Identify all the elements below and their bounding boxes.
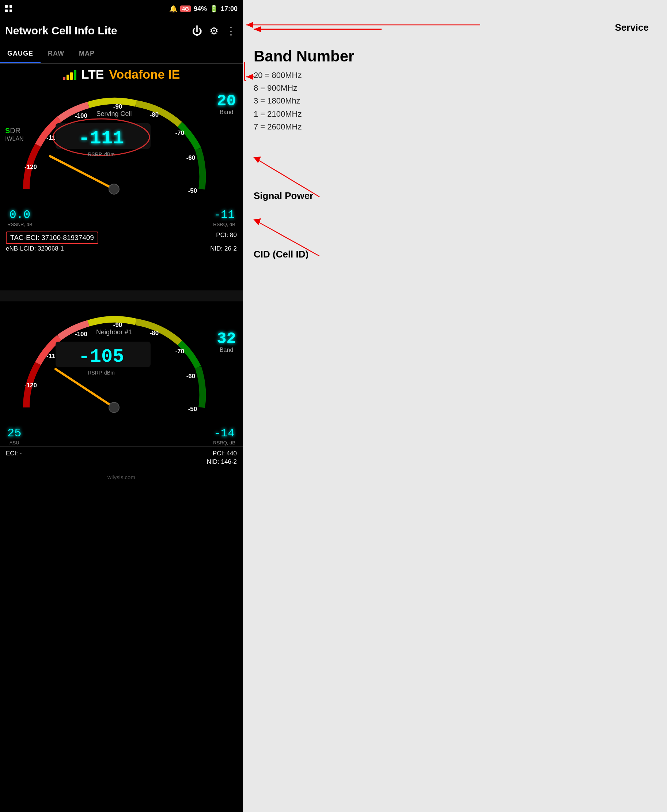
enb-lcid-value: eNB-LCID: 320068-1 (6, 245, 64, 252)
bottom-sub-1: 0.0 RSSNR, dB -11 RSRQ, dB (0, 207, 243, 228)
more-button[interactable]: ⋮ (224, 23, 237, 38)
power-button[interactable]: ⏻ (191, 23, 204, 38)
rsrq-item: -11 RSRQ, dB (213, 208, 236, 227)
settings-button[interactable]: ⚙ (208, 23, 220, 38)
network-badge: 4G (180, 5, 191, 12)
nid-value-2: NID: 146-2 (207, 458, 237, 466)
time-display: 17:00 (221, 5, 237, 13)
annotation-service: Service (615, 22, 649, 33)
tab-gauge[interactable]: GAUGE (0, 45, 41, 63)
gauge2-area: 32 Band -110 -100 -90 (0, 301, 243, 812)
dots-icon (5, 5, 12, 12)
svg-marker-47 (254, 218, 261, 225)
gauge-wrap-2: -110 -100 -90 -80 -70 -60 -50 -120 -130 … (4, 301, 238, 426)
svg-text:RSRP, dBm: RSRP, dBm (88, 370, 115, 376)
phone-panel: 🔔 4G 94% 🔋 17:00 Network Cell Info Lite … (0, 0, 243, 812)
svg-marker-41 (246, 22, 253, 28)
svg-text:-70: -70 (176, 130, 184, 136)
spacer (0, 290, 243, 301)
cell-info-1: TAC-ECI: 37100-81937409 PCI: 80 eNB-LCID… (0, 228, 243, 257)
rssnr-value: 0.0 (7, 208, 33, 222)
footer-text: wilysis.com (108, 474, 135, 480)
svg-text:-80: -80 (150, 329, 159, 336)
gauge-svg-1: -110 -100 -90 -80 -70 -60 -50 -120 -130 … (4, 83, 238, 196)
asu-item: 25 ASU (7, 426, 21, 446)
svg-text:-90: -90 (113, 321, 123, 328)
svg-text:-111: -111 (79, 128, 124, 149)
footer: wilysis.com (0, 470, 243, 484)
alarm-icon: 🔔 (169, 5, 177, 13)
svg-point-30 (109, 402, 119, 413)
svg-line-12 (50, 156, 114, 189)
svg-text:-120: -120 (25, 382, 37, 389)
svg-text:-90: -90 (113, 103, 123, 110)
operator-label: Vodafone IE (109, 67, 180, 82)
svg-line-46 (254, 220, 319, 256)
rsrq-item-2: -14 RSRQ, dB (213, 426, 236, 446)
tac-pci-row: TAC-ECI: 37100-81937409 PCI: 80 (6, 231, 237, 244)
pci-value-2: PCI: 440 (213, 450, 237, 457)
tab-raw[interactable]: RAW (41, 45, 71, 63)
pci-value: PCI: 80 (216, 231, 237, 244)
asu-value: 25 (7, 426, 21, 440)
battery-pct: 94% (194, 5, 207, 13)
svg-text:-70: -70 (176, 348, 184, 355)
status-bar: 🔔 4G 94% 🔋 17:00 (0, 0, 243, 18)
svg-text:-100: -100 (75, 112, 87, 119)
svg-text:RSRP, dBm: RSRP, dBm (88, 151, 115, 157)
status-left (5, 5, 12, 12)
svg-text:-105: -105 (79, 346, 124, 368)
svg-marker-43 (246, 74, 253, 80)
svg-text:-80: -80 (150, 111, 159, 118)
nid-value-1: NID: 26-2 (210, 245, 237, 252)
eci-pci-row: ECI: - PCI: 440 (6, 450, 237, 457)
svg-text:-120: -120 (25, 163, 37, 170)
signal-bars-icon (63, 70, 76, 80)
rsrq-label-2: RSRQ, dB (213, 440, 236, 446)
service-label: Service (615, 22, 649, 33)
network-type-label: LTE (81, 67, 104, 82)
bottom-sub-2: 25 ASU -14 RSRQ, dB (0, 426, 243, 446)
svg-marker-45 (254, 156, 261, 163)
svg-text:-100: -100 (75, 331, 87, 338)
svg-point-13 (109, 184, 119, 194)
svg-text:-50: -50 (188, 406, 197, 413)
enb-nid-row: eNB-LCID: 320068-1 NID: 26-2 (6, 245, 237, 252)
rssnr-label: RSSNR, dB (7, 222, 33, 227)
rsrq-label: RSRQ, dB (213, 222, 236, 227)
status-right: 🔔 4G 94% 🔋 17:00 (169, 5, 237, 13)
right-panel: Service Band Number 20 = 800MHz 8 = 900M… (243, 0, 667, 812)
annotation-arrows (243, 0, 498, 293)
svg-text:-60: -60 (186, 154, 196, 161)
tab-map[interactable]: MAP (71, 45, 102, 63)
rsrq-value: -11 (213, 208, 236, 222)
rssnr-item: 0.0 RSSNR, dB (7, 208, 33, 227)
gauge-svg-2: -110 -100 -90 -80 -70 -60 -50 -120 -130 … (4, 301, 238, 415)
tac-eci-value: TAC-ECI: 37100-81937409 (6, 231, 98, 244)
svg-text:-50: -50 (188, 187, 197, 194)
asu-label: ASU (7, 440, 21, 446)
svg-text:Serving Cell: Serving Cell (96, 110, 131, 117)
tab-bar: GAUGE RAW MAP (0, 44, 243, 64)
eci-value: ECI: - (6, 450, 22, 457)
svg-line-44 (254, 157, 319, 197)
app-bar: Network Cell Info Lite ⏻ ⚙ ⋮ (0, 18, 243, 44)
rsrq-value-2: -14 (213, 426, 236, 440)
gauge1-area: LTE Vodafone IE SDR IWLAN 20 Band (0, 64, 243, 290)
app-title: Network Cell Info Lite (5, 25, 186, 37)
nid-row-2: NID: 146-2 (6, 458, 237, 466)
battery-icon: 🔋 (210, 5, 218, 13)
lte-header: LTE Vodafone IE (0, 64, 243, 83)
gauge-wrap-1: -110 -100 -90 -80 -70 -60 -50 -120 -130 … (4, 83, 238, 207)
svg-text:Neighbor #1: Neighbor #1 (96, 328, 132, 336)
cell-info-2: ECI: - PCI: 440 NID: 146-2 (0, 446, 243, 470)
svg-text:-60: -60 (186, 373, 196, 380)
